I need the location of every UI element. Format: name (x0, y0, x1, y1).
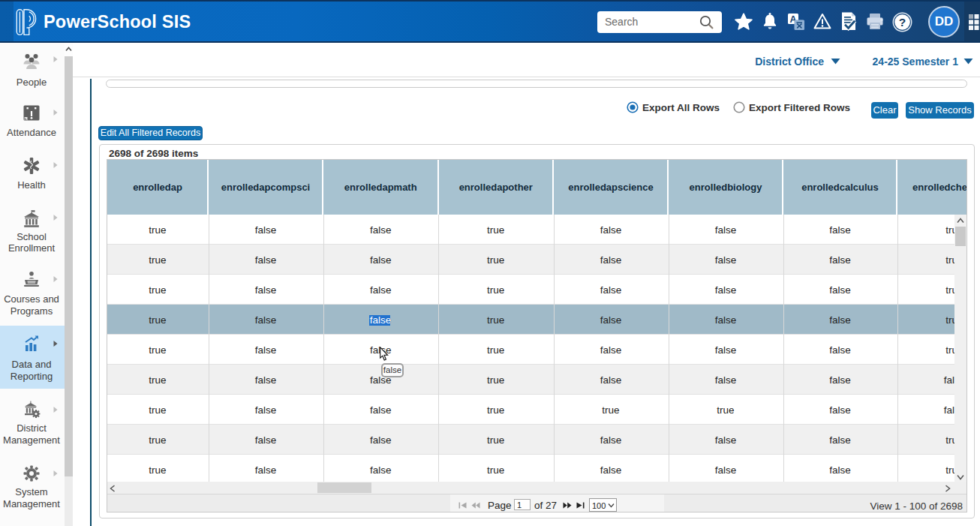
svg-text:?: ? (899, 16, 906, 29)
